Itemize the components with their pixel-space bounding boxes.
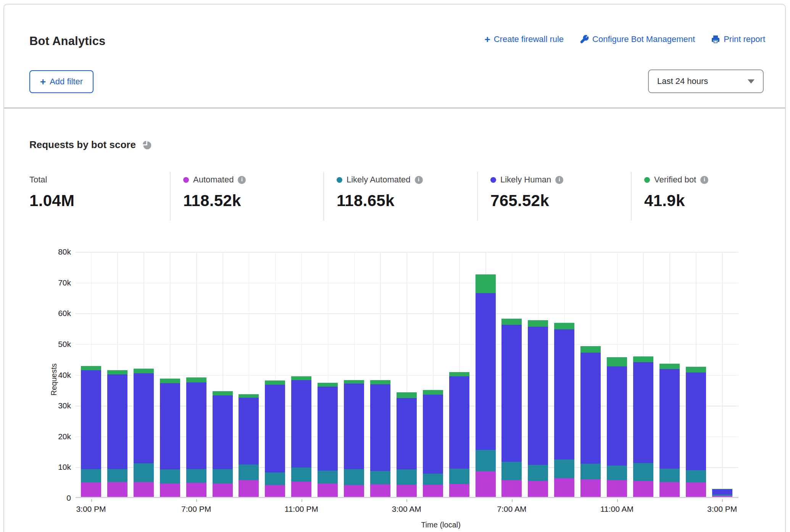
bar-4[interactable] — [186, 377, 206, 497]
bar-22[interactable] — [659, 364, 680, 497]
likely-automated-segment — [344, 469, 364, 485]
likely-human-segment — [580, 353, 601, 464]
likely-automated-segment — [213, 469, 233, 484]
automated-segment — [291, 482, 311, 497]
info-icon[interactable]: i — [415, 176, 423, 184]
print-report-link[interactable]: Print report — [711, 34, 765, 44]
automated-segment — [370, 484, 390, 497]
automated-segment — [449, 484, 469, 497]
automated-segment — [607, 480, 627, 497]
time-range-dropdown[interactable]: Last 24 hours — [648, 69, 764, 93]
stat-automated: Automated i 118.52k — [183, 175, 246, 210]
likely-human-segment — [107, 374, 127, 469]
bar-0[interactable] — [81, 366, 101, 497]
add-filter-button[interactable]: + Add filter — [29, 70, 94, 93]
likely-human-segment — [134, 373, 154, 463]
bar-9[interactable] — [318, 383, 338, 497]
bar-5[interactable] — [213, 391, 233, 497]
likely-automated-segment — [476, 450, 496, 471]
automated-segment — [501, 480, 522, 497]
bar-14[interactable] — [449, 372, 469, 497]
bar-16[interactable] — [501, 319, 522, 497]
likely-human-segment — [344, 384, 364, 469]
bar-21[interactable] — [633, 356, 653, 497]
bar-12[interactable] — [397, 392, 417, 497]
bar-13[interactable] — [423, 390, 443, 497]
automated-segment — [580, 479, 601, 497]
bar-2[interactable] — [134, 369, 154, 497]
info-icon[interactable]: i — [555, 176, 563, 184]
bar-3[interactable] — [160, 379, 180, 497]
stat-divider — [631, 172, 632, 221]
bar-6[interactable] — [239, 394, 259, 497]
likely-human-segment — [81, 370, 101, 469]
x-tick-label: 3:00 PM — [61, 505, 122, 514]
likely-human-segment — [213, 395, 233, 469]
info-icon[interactable]: i — [238, 176, 246, 184]
bar-15[interactable] — [476, 274, 496, 497]
bar-17[interactable] — [528, 320, 548, 497]
likely-automated-segment — [528, 465, 548, 481]
x-tick-mark — [196, 499, 197, 502]
likely-human-segment — [554, 329, 574, 459]
bar-8[interactable] — [291, 376, 311, 497]
likely-human-segment — [528, 327, 548, 465]
automated-segment — [344, 485, 364, 497]
likely-automated-segment — [686, 470, 706, 482]
likely-automated-value: 118.65k — [337, 192, 423, 210]
automated-segment — [554, 478, 574, 497]
create-firewall-rule-label: Create firewall rule — [494, 34, 564, 44]
y-tick-label: 80k — [40, 247, 71, 256]
verified-bot-segment — [659, 364, 680, 369]
likely-automated-segment — [107, 469, 127, 482]
verified-bot-segment — [291, 376, 311, 380]
likely-automated-segment — [423, 474, 443, 485]
x-tick-mark — [617, 499, 618, 502]
configure-bot-management-link[interactable]: Configure Bot Management — [580, 34, 695, 44]
info-icon[interactable]: i — [700, 176, 708, 184]
automated-segment — [186, 483, 206, 497]
create-firewall-rule-link[interactable]: + Create firewall rule — [485, 34, 564, 44]
total-value: 1.04M — [29, 192, 74, 210]
automated-segment — [528, 481, 548, 497]
y-tick-label: 30k — [40, 401, 71, 410]
x-tick-mark — [512, 499, 513, 502]
x-tick-mark — [722, 499, 723, 502]
likely-human-segment — [397, 398, 417, 469]
likely-human-segment — [265, 385, 285, 473]
automated-segment — [107, 482, 127, 497]
bar-20[interactable] — [607, 357, 627, 497]
header-actions: + Create firewall rule Configure Bot Man… — [485, 34, 765, 44]
bar-7[interactable] — [265, 380, 285, 497]
x-tick-mark — [301, 499, 302, 502]
likely-automated-segment — [81, 469, 101, 482]
likely-automated-segment — [501, 462, 522, 480]
likely-automated-segment — [265, 472, 285, 485]
verified-bot-segment — [213, 391, 233, 395]
bar-23[interactable] — [686, 367, 706, 497]
automated-segment — [686, 482, 706, 497]
likely-human-segment — [239, 398, 259, 464]
automated-segment — [134, 482, 154, 497]
verified-bot-segment — [265, 380, 285, 384]
verified-bot-segment — [449, 372, 469, 376]
x-tick-label: 11:00 AM — [587, 505, 648, 514]
automated-segment — [160, 484, 180, 497]
verified-bot-segment — [686, 367, 706, 372]
printer-icon — [711, 35, 720, 44]
automated-value: 118.52k — [183, 192, 246, 210]
verified-bot-segment — [318, 383, 338, 387]
likely-human-label: Likely Human — [500, 175, 551, 185]
likely-automated-segment — [659, 469, 680, 482]
bar-11[interactable] — [370, 380, 390, 497]
likely-human-segment — [318, 387, 338, 471]
bar-18[interactable] — [554, 323, 574, 497]
automated-segment — [265, 485, 285, 497]
likely-automated-segment — [186, 469, 206, 483]
automated-label: Automated — [193, 175, 234, 185]
bar-19[interactable] — [580, 346, 601, 497]
likely-automated-segment — [580, 464, 601, 479]
bar-1[interactable] — [107, 370, 127, 497]
bar-24[interactable] — [712, 489, 732, 497]
bar-10[interactable] — [344, 380, 364, 497]
